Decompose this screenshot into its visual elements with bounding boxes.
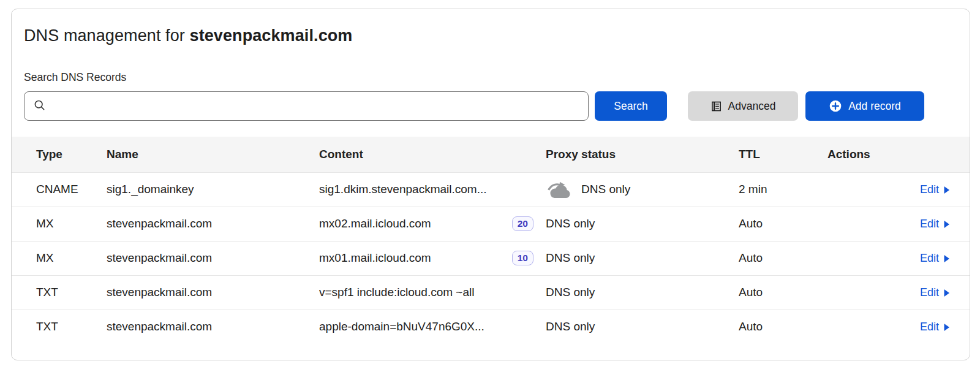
record-content-text: sig1.dkim.stevenpackmail.com...	[319, 183, 487, 196]
edit-record-link[interactable]: Edit	[920, 321, 950, 333]
record-proxy-status: DNS only	[546, 172, 739, 207]
page-title: DNS management for stevenpackmail.com	[24, 26, 957, 45]
search-input[interactable]	[52, 100, 579, 112]
record-ttl: Auto	[739, 310, 827, 344]
dns-records-table: Type Name Content Proxy status TTL Actio…	[12, 137, 970, 344]
record-type: TXT	[12, 310, 107, 344]
record-proxy-status: DNS only	[546, 207, 739, 241]
edit-record-link[interactable]: Edit	[920, 286, 950, 299]
column-header-ttl: TTL	[739, 137, 827, 172]
record-content-text: v=spf1 include:icloud.com ~all	[319, 286, 474, 299]
table-row: TXT stevenpackmail.com v=spf1 include:ic…	[12, 275, 970, 310]
column-header-type: Type	[12, 137, 107, 172]
record-ttl: Auto	[739, 241, 827, 275]
proxy-status-text: DNS only	[546, 251, 595, 265]
record-proxy-status: DNS only	[546, 310, 739, 344]
record-proxy-status: DNS only	[546, 275, 739, 310]
edit-link-label: Edit	[920, 183, 939, 196]
record-content-text: mx01.mail.icloud.com	[319, 251, 431, 265]
record-content: apple-domain=bNuV47n6G0X...	[319, 310, 546, 344]
record-content: mx02.mail.icloud.com20	[319, 207, 546, 241]
record-content: mx01.mail.icloud.com10	[319, 241, 546, 275]
record-proxy-status: DNS only	[546, 241, 739, 275]
record-content-text: mx02.mail.icloud.com	[319, 217, 431, 230]
search-toolbar: Search Advanced Add record	[24, 91, 957, 121]
gray-cloud-arrow-icon	[546, 180, 574, 199]
record-ttl: Auto	[739, 275, 827, 310]
record-ttl: Auto	[739, 207, 827, 241]
record-name: stevenpackmail.com	[107, 310, 319, 344]
search-button[interactable]: Search	[595, 91, 667, 121]
record-name: sig1._domainkey	[107, 172, 319, 207]
add-record-button[interactable]: Add record	[805, 91, 924, 121]
proxy-status-text: DNS only	[546, 286, 595, 299]
search-input-container[interactable]	[24, 91, 589, 121]
page-title-domain: stevenpackmail.com	[190, 26, 353, 45]
record-name: stevenpackmail.com	[107, 207, 319, 241]
triangle-right-icon	[943, 186, 950, 194]
record-content: sig1.dkim.stevenpackmail.com...	[319, 172, 546, 207]
record-name: stevenpackmail.com	[107, 275, 319, 310]
edit-record-link[interactable]: Edit	[920, 252, 950, 265]
plus-circle-icon	[829, 99, 842, 113]
page-title-prefix: DNS management for	[24, 26, 190, 45]
record-name: stevenpackmail.com	[107, 241, 319, 275]
proxy-status-text: DNS only	[581, 183, 630, 196]
column-header-name: Name	[107, 137, 319, 172]
edit-link-label: Edit	[920, 321, 939, 333]
table-header-row: Type Name Content Proxy status TTL Actio…	[12, 137, 970, 172]
table-row: MX stevenpackmail.com mx01.mail.icloud.c…	[12, 241, 970, 275]
table-row: MX stevenpackmail.com mx02.mail.icloud.c…	[12, 207, 970, 241]
edit-record-link[interactable]: Edit	[920, 218, 950, 230]
advanced-button[interactable]: Advanced	[688, 91, 798, 121]
edit-record-link[interactable]: Edit	[920, 183, 950, 196]
record-type: TXT	[12, 275, 107, 310]
search-icon	[33, 99, 46, 114]
column-header-proxy-status: Proxy status	[546, 137, 739, 172]
triangle-right-icon	[943, 220, 950, 229]
edit-link-label: Edit	[920, 218, 939, 230]
mx-priority-badge: 10	[512, 251, 533, 265]
edit-link-label: Edit	[920, 252, 939, 265]
table-row: TXT stevenpackmail.com apple-domain=bNuV…	[12, 310, 970, 344]
record-ttl: 2 min	[739, 172, 827, 207]
mx-priority-badge: 20	[512, 216, 533, 231]
search-dns-records-label: Search DNS Records	[24, 71, 957, 84]
dns-management-card: DNS management for stevenpackmail.com Se…	[11, 9, 970, 360]
triangle-right-icon	[943, 289, 950, 297]
column-header-actions: Actions	[827, 137, 970, 172]
triangle-right-icon	[943, 254, 950, 263]
list-document-icon	[710, 101, 722, 112]
table-row: CNAME sig1._domainkey sig1.dkim.stevenpa…	[12, 172, 970, 207]
add-record-button-label: Add record	[848, 100, 901, 113]
advanced-button-label: Advanced	[728, 100, 776, 113]
proxy-status-text: DNS only	[546, 320, 595, 333]
record-type: MX	[12, 241, 107, 275]
record-type: MX	[12, 207, 107, 241]
record-content-text: apple-domain=bNuV47n6G0X...	[319, 320, 484, 333]
triangle-right-icon	[943, 323, 950, 332]
proxy-status-text: DNS only	[546, 217, 595, 230]
record-type: CNAME	[12, 172, 107, 207]
record-content: v=spf1 include:icloud.com ~all	[319, 275, 546, 310]
edit-link-label: Edit	[920, 286, 939, 299]
column-header-content: Content	[319, 137, 546, 172]
